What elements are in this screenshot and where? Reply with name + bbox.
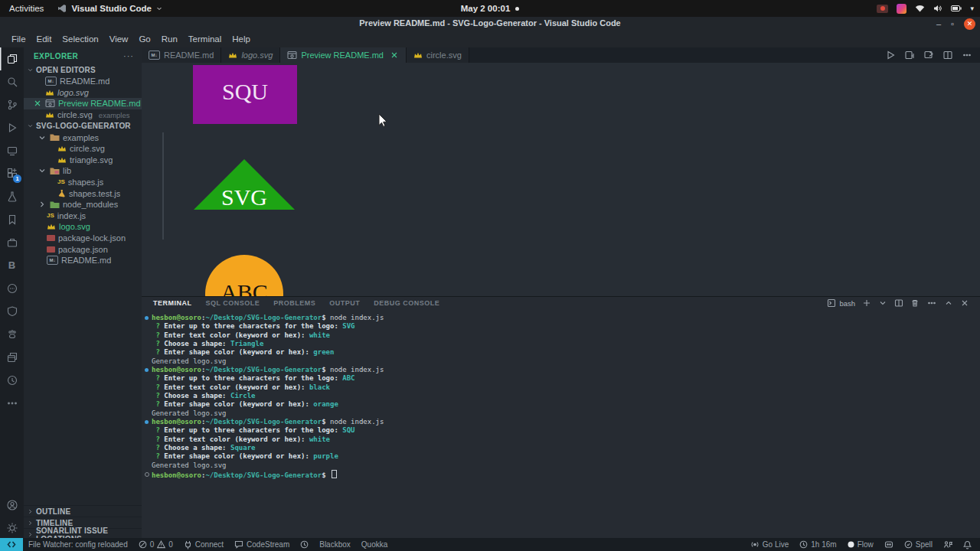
tree-item-package-lock-json[interactable]: package-lock.json: [24, 233, 142, 244]
action-split-editor-icon[interactable]: [942, 50, 953, 60]
panel-tab-sql-console[interactable]: SQL CONSOLE: [206, 299, 260, 307]
tree-item-shapes-test-js[interactable]: shapes.test.js: [24, 187, 142, 199]
shell-dropdown-icon[interactable]: [878, 298, 887, 308]
tab-logo-svg[interactable]: logo.svg: [221, 47, 280, 63]
close-panel-icon[interactable]: [960, 298, 969, 308]
status-history[interactable]: [295, 538, 314, 551]
menu-go[interactable]: Go: [133, 34, 155, 44]
tree-item-shapes-js[interactable]: JSshapes.js: [24, 177, 142, 188]
wifi-icon[interactable]: [915, 5, 925, 12]
tree-item-circle-svg[interactable]: circle.svg: [24, 143, 142, 155]
tree-item-examples[interactable]: examples: [24, 132, 142, 143]
tree-item-index-js[interactable]: JSindex.js: [24, 210, 142, 222]
battery-icon[interactable]: [951, 5, 962, 11]
command-decoration-icon[interactable]: [145, 368, 149, 372]
activitybar-browser-preview[interactable]: [0, 346, 24, 369]
activitybar-testing[interactable]: [0, 185, 24, 208]
screen-record-icon[interactable]: [877, 5, 888, 13]
status-connect[interactable]: Connect: [178, 538, 229, 551]
activitybar-paw[interactable]: [0, 323, 24, 346]
tree-item-package-json[interactable]: package.json: [24, 243, 142, 255]
status-vsc-face[interactable]: [879, 538, 899, 551]
activitybar-bookmarks[interactable]: [0, 208, 24, 231]
app-indicator-icon[interactable]: [897, 4, 906, 14]
activitybar-time-tracker[interactable]: [0, 369, 24, 392]
status-problems[interactable]: 00: [133, 538, 178, 551]
panel-tab-terminal[interactable]: TERMINAL: [153, 299, 192, 307]
activitybar-project-manager[interactable]: [0, 231, 24, 254]
menu-view[interactable]: View: [104, 34, 134, 44]
action-more-h-icon[interactable]: [962, 50, 972, 60]
activitybar-codestream[interactable]: [0, 277, 24, 300]
status-file-watcher[interactable]: File Watcher: config reloaded: [23, 538, 133, 551]
menu-help[interactable]: Help: [227, 34, 256, 44]
menu-file[interactable]: File: [6, 34, 31, 44]
panel-tab-output[interactable]: OUTPUT: [329, 299, 360, 307]
open-editor-preview-readme-md[interactable]: Preview README.md: [24, 98, 142, 109]
tree-item-lib[interactable]: lib: [24, 165, 142, 177]
sidebar-more-actions[interactable]: ···: [123, 51, 134, 60]
tab-preview-readme-md[interactable]: Preview README.md: [280, 47, 407, 63]
tab-readme-md[interactable]: M↓README.md: [142, 47, 221, 63]
activitybar-search[interactable]: [0, 70, 24, 93]
section-open-editors[interactable]: OPEN EDITORS: [24, 64, 142, 76]
status-notifications[interactable]: [958, 538, 977, 551]
split-terminal-icon[interactable]: [894, 298, 903, 308]
status-remote[interactable]: [0, 538, 23, 551]
menu-run[interactable]: Run: [156, 34, 183, 44]
open-editor-circle-svg[interactable]: circle.svgexamples: [24, 109, 142, 121]
tree-item-readme-md[interactable]: M↓README.md: [24, 255, 142, 266]
menu-selection[interactable]: Selection: [57, 34, 103, 44]
activitybar-source-control[interactable]: [0, 93, 24, 116]
section-workspace[interactable]: SVG-LOGO-GENERATOR: [24, 120, 142, 132]
maximize-panel-icon[interactable]: [944, 298, 953, 308]
activitybar-explorer[interactable]: [0, 47, 24, 70]
activitybar-remote-explorer[interactable]: [0, 139, 24, 162]
status-go-live[interactable]: Go Live: [745, 538, 794, 551]
status-quokka[interactable]: Quokka: [356, 538, 393, 551]
markdown-preview[interactable]: SQUSVGABC: [142, 63, 980, 296]
new-terminal-icon[interactable]: [862, 298, 871, 308]
open-editor-readme-md[interactable]: M↓README.md: [24, 76, 142, 87]
activitybar-settings[interactable]: [0, 517, 24, 540]
section-outline[interactable]: OUTLINE: [24, 505, 142, 517]
minimize-button[interactable]: –: [936, 18, 941, 29]
action-run-icon[interactable]: [885, 50, 896, 60]
activitybar-quokka[interactable]: [0, 300, 24, 323]
activitybar-run-debug[interactable]: [0, 116, 24, 139]
close-button[interactable]: ✕: [964, 18, 975, 30]
activitybar-account[interactable]: [0, 494, 24, 517]
status-time-tracker[interactable]: 1h 16m: [794, 538, 841, 551]
kill-terminal-icon[interactable]: [910, 298, 920, 308]
status-flow[interactable]: Flow: [842, 538, 879, 551]
status-blackbox[interactable]: Blackbox: [314, 538, 356, 551]
panel-tab-problems[interactable]: PROBLEMS: [273, 299, 315, 307]
status-feedback[interactable]: [938, 538, 958, 551]
tree-item-logo-svg[interactable]: logo.svg: [24, 221, 142, 233]
app-menu-button[interactable]: Visual Studio Code: [57, 4, 162, 13]
activities-button[interactable]: Activities: [9, 4, 44, 13]
menu-edit[interactable]: Edit: [31, 34, 57, 44]
menu-terminal[interactable]: Terminal: [183, 34, 227, 44]
tree-item-node-modules[interactable]: node_modules: [24, 199, 142, 210]
action-open-preview-icon[interactable]: [923, 50, 934, 60]
status-codestream[interactable]: CodeStream: [229, 538, 295, 551]
status-spell[interactable]: Spell: [899, 538, 938, 551]
command-decoration-icon[interactable]: [145, 420, 149, 424]
tree-item-triangle-svg[interactable]: triangle.svg: [24, 155, 142, 166]
command-decoration-icon[interactable]: [145, 316, 149, 320]
panel-tab-debug-console[interactable]: DEBUG CONSOLE: [374, 299, 439, 307]
more-actions-icon[interactable]: [926, 298, 937, 308]
close-icon[interactable]: [33, 99, 42, 108]
activitybar-extensions[interactable]: 1: [0, 162, 24, 185]
activitybar-blackbox[interactable]: B: [0, 254, 24, 277]
restore-button[interactable]: ▫: [951, 18, 954, 29]
system-tray[interactable]: ▾: [877, 0, 974, 17]
volume-icon[interactable]: [933, 5, 942, 12]
terminal-output[interactable]: hesbon@osoro:~/Desktop/SVG-Logo-Generato…: [142, 309, 980, 539]
tray-chevron-down-icon[interactable]: ▾: [970, 5, 974, 12]
close-icon[interactable]: [390, 51, 399, 60]
shell-picker[interactable]: bash: [827, 298, 855, 308]
activitybar-more[interactable]: [0, 392, 24, 415]
tab-circle-svg[interactable]: circle.svg: [407, 47, 469, 63]
